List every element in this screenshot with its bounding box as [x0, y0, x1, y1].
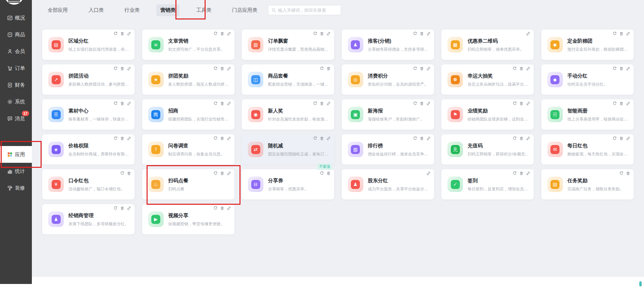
sync-icon[interactable] [213, 206, 218, 210]
link-icon[interactable] [426, 171, 431, 176]
delete-icon[interactable] [420, 66, 424, 71]
app-card[interactable]: ◆ 定金阶梯团 预付定金后补尾款，根据阶梯团人... [541, 30, 634, 60]
link-icon[interactable] [127, 101, 131, 106]
link-icon[interactable] [227, 66, 231, 71]
delete-icon[interactable] [220, 206, 224, 210]
app-card[interactable]: ▶ 视频分享 短视频营销，带货传播更便捷。 [142, 204, 234, 234]
link-icon[interactable] [426, 101, 431, 106]
link-icon[interactable] [326, 101, 331, 106]
link-icon[interactable] [426, 32, 431, 36]
link-icon[interactable] [127, 136, 131, 141]
app-card[interactable]: ✉ 每日红包 购物返现，每天抢红包，实现全额... [541, 134, 634, 164]
link-icon[interactable] [426, 136, 431, 141]
app-card[interactable]: 商 招商 组建招商团队，实现行业性销售联... [142, 99, 234, 130]
sidebar-item-goods[interactable]: 商品 [0, 26, 32, 43]
sync-icon[interactable] [313, 101, 317, 106]
link-icon[interactable] [626, 101, 630, 106]
search-box[interactable] [268, 5, 341, 15]
link-icon[interactable] [227, 171, 231, 176]
search-input[interactable] [278, 8, 337, 13]
delete-icon[interactable] [619, 32, 624, 36]
delete-icon[interactable] [519, 171, 524, 176]
delete-icon[interactable] [120, 66, 124, 71]
app-card[interactable]: ▤ 任务奖励 完成推广任务，领取任务奖励。 [541, 169, 634, 199]
link-icon[interactable] [227, 32, 231, 36]
delete-icon[interactable] [120, 136, 124, 141]
delete-icon[interactable] [619, 101, 624, 106]
delete-icon[interactable] [519, 66, 524, 71]
sync-icon[interactable] [612, 32, 617, 36]
app-card[interactable]: ⇄ 随机减 固定金额范围随机立减，避免订单... 不置顶 [242, 134, 334, 164]
sync-icon[interactable] [113, 206, 118, 210]
app-card[interactable]: ◉ 新人奖 针对会员属性发放奖励，有效激活... [242, 99, 334, 130]
link-icon[interactable] [626, 66, 630, 71]
sync-icon[interactable] [120, 171, 124, 176]
link-icon[interactable] [127, 206, 131, 210]
delete-icon[interactable] [619, 136, 624, 141]
delete-icon[interactable] [626, 171, 630, 176]
tab-marketing[interactable]: 营销类 [156, 4, 179, 16]
delete-icon[interactable] [420, 136, 424, 141]
sync-icon[interactable] [612, 101, 617, 106]
sync-icon[interactable] [313, 32, 317, 36]
delete-icon[interactable] [519, 136, 524, 141]
tab-entry[interactable]: 入口类 [85, 4, 108, 16]
app-card[interactable]: ? 问卷调查 制定调查问卷，收集会员信息。 [142, 134, 234, 164]
link-icon[interactable] [626, 136, 630, 141]
app-card[interactable]: ◆ 手动分红 给特定会员手动分红。 [541, 64, 634, 95]
link-icon[interactable] [326, 32, 331, 36]
sidebar-item-messages[interactable]: 消息 17 [0, 110, 32, 127]
delete-icon[interactable] [220, 66, 224, 71]
delete-icon[interactable] [127, 171, 131, 176]
sidebar-item-members[interactable]: 会员 [0, 43, 32, 60]
tab-store-apps[interactable]: 门店应用类 [228, 4, 261, 16]
app-card[interactable]: ✓ 签到 每日签到，反复到店，增加会员粘... [441, 169, 534, 199]
link-icon[interactable] [127, 66, 131, 71]
sync-icon[interactable] [413, 66, 417, 71]
tab-tools[interactable]: 工具类 [192, 4, 215, 16]
link-icon[interactable] [227, 136, 231, 141]
delete-icon[interactable] [320, 101, 324, 106]
sync-icon[interactable] [213, 32, 218, 36]
sync-icon[interactable] [320, 171, 324, 176]
sync-icon[interactable] [513, 136, 517, 141]
sync-icon[interactable] [413, 101, 417, 106]
app-card[interactable]: ★ 拼团奖励 多人数阶拼团，指定人数成功拼团。 [142, 64, 234, 95]
link-icon[interactable] [626, 32, 630, 36]
app-card[interactable]: ♨ 扫码点餐 扫码点餐 [142, 169, 234, 199]
tab-industry[interactable]: 行业类 [120, 4, 144, 16]
delete-icon[interactable] [220, 101, 224, 106]
app-card[interactable]: ▣ 新海报 海报链接客户，奖励刺激推广。 [342, 99, 434, 130]
sidebar-item-overview[interactable]: 概况 [0, 9, 32, 26]
app-card[interactable]: ☰ 素材中心 推客素材库，一键保存，快速分享。 [42, 99, 135, 130]
app-card[interactable]: ◈ 价格权限 会员制特价商城，查看特价有限制。 [42, 134, 135, 164]
sidebar-item-finance[interactable]: 财务 [0, 77, 32, 93]
app-card[interactable]: 充 充值码 扫码立即锁客，获得积分/余额充... [441, 134, 534, 164]
delete-icon[interactable] [120, 32, 124, 36]
delete-icon[interactable] [619, 66, 624, 71]
sync-icon[interactable] [513, 101, 517, 106]
link-icon[interactable] [227, 101, 231, 106]
link-icon[interactable] [526, 32, 530, 36]
delete-icon[interactable] [120, 101, 124, 106]
app-card[interactable]: ♟ 推客(分销) 分享销售获得佣金，支持多等级二... [342, 30, 434, 60]
sync-icon[interactable] [213, 101, 218, 106]
sidebar-item-apps[interactable]: 应用 [0, 146, 32, 163]
delete-icon[interactable] [220, 136, 224, 141]
sync-icon[interactable] [213, 136, 218, 141]
sync-icon[interactable] [612, 66, 617, 71]
app-card[interactable]: ¥ 口令红包 活动趣味推广，输口令领红包。 [42, 169, 135, 199]
sidebar-item-stats[interactable]: 统计 [0, 163, 32, 180]
app-card[interactable]: ♟ 股东分红 成为平台股东，共享平台收益分红。 [342, 169, 434, 199]
sync-icon[interactable] [513, 66, 517, 71]
link-icon[interactable] [326, 136, 331, 141]
link-icon[interactable] [526, 101, 530, 106]
sync-icon[interactable] [320, 66, 324, 71]
link-icon[interactable] [127, 32, 131, 36]
sync-icon[interactable] [113, 136, 118, 141]
link-icon[interactable] [526, 66, 530, 71]
app-card[interactable]: ◎ 消费积分 类似积分功能，会员的虚拟资产。 [342, 64, 434, 95]
sync-icon[interactable] [113, 32, 118, 36]
app-card[interactable]: ☷ 智能画册 线上分享高使用率，链接商品促成... [541, 99, 634, 130]
sync-icon[interactable] [619, 171, 624, 176]
